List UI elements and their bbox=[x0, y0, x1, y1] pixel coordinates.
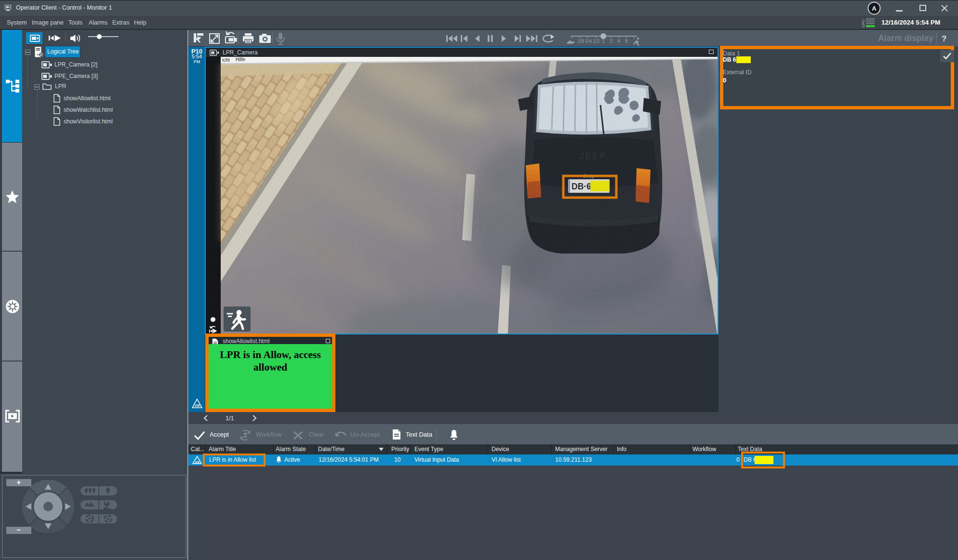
svg-text:100: 100 bbox=[195, 461, 199, 464]
svg-text:2: 2 bbox=[610, 39, 612, 44]
svg-text:1/8: 1/8 bbox=[577, 39, 584, 44]
svg-text:4: 4 bbox=[617, 39, 620, 44]
svg-text:CPU: CPU bbox=[861, 19, 865, 27]
svg-text:?: ? bbox=[942, 34, 946, 43]
svg-text:A: A bbox=[872, 5, 877, 12]
svg-text:Hilfe: Hilfe bbox=[236, 57, 245, 62]
svg-text:1/2: 1/2 bbox=[593, 39, 599, 44]
svg-text:100: 100 bbox=[195, 404, 200, 407]
svg-text:Alarm display: Alarm display bbox=[878, 33, 933, 43]
svg-text:8: 8 bbox=[625, 39, 628, 44]
svg-text:1/4: 1/4 bbox=[585, 39, 592, 44]
svg-text:1: 1 bbox=[602, 39, 605, 44]
svg-text:icht: icht bbox=[222, 57, 230, 63]
